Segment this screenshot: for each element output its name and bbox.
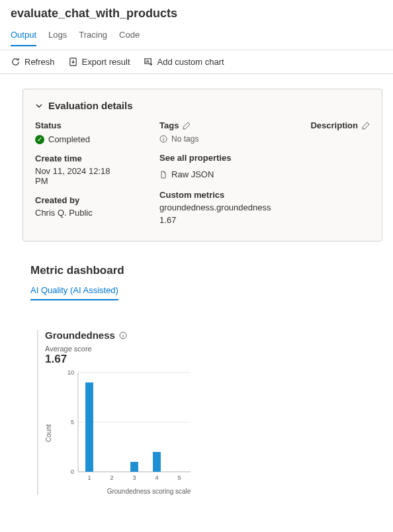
details-title: Evaluation details bbox=[48, 100, 133, 111]
custom-metrics-label: Custom metrics bbox=[159, 190, 271, 200]
export-icon bbox=[68, 57, 78, 67]
chart-title: Groundedness bbox=[45, 330, 115, 341]
export-label: Export result bbox=[82, 57, 130, 67]
avg-score-label: Average score bbox=[45, 345, 236, 353]
svg-text:2: 2 bbox=[110, 474, 113, 481]
raw-json-link[interactable]: Raw JSON bbox=[159, 169, 271, 179]
description-label-row: Description bbox=[310, 120, 370, 130]
tab-output[interactable]: Output bbox=[11, 26, 36, 46]
tab-tracing[interactable]: Tracing bbox=[79, 26, 107, 46]
evaluation-details-card: Evaluation details Status ✓ Completed Cr… bbox=[22, 89, 382, 242]
tags-label: Tags bbox=[159, 120, 179, 130]
refresh-label: Refresh bbox=[24, 57, 55, 67]
toolbar: Refresh Export result Add custom chart bbox=[0, 50, 393, 74]
description-label: Description bbox=[310, 120, 358, 130]
svg-text:0: 0 bbox=[71, 468, 74, 475]
svg-text:5: 5 bbox=[71, 419, 74, 425]
raw-json-label: Raw JSON bbox=[171, 169, 214, 179]
tags-value: No tags bbox=[171, 134, 198, 144]
file-icon bbox=[159, 171, 167, 179]
add-chart-button[interactable]: Add custom chart bbox=[144, 57, 224, 67]
svg-rect-17 bbox=[153, 452, 161, 472]
custom-metric-value: 1.67 bbox=[159, 215, 271, 225]
info-icon bbox=[159, 135, 167, 143]
custom-metric-name: groundedness.groundedness bbox=[159, 202, 271, 212]
create-time-value: Nov 11, 2024 12:18 PM bbox=[35, 166, 120, 186]
info-icon[interactable] bbox=[119, 332, 127, 339]
svg-text:10: 10 bbox=[67, 369, 74, 376]
create-time-label: Create time bbox=[35, 154, 120, 163]
subtab-ai-quality[interactable]: AI Quality (AI Assisted) bbox=[30, 283, 118, 300]
x-axis-label: Groundedness scoring scale bbox=[62, 488, 236, 495]
edit-icon[interactable] bbox=[362, 122, 370, 130]
add-chart-icon bbox=[144, 57, 153, 67]
tags-label-row: Tags bbox=[159, 120, 271, 130]
created-by-value: Chris Q. Public bbox=[35, 208, 120, 218]
chevron-down-icon bbox=[35, 102, 43, 110]
status-label: Status bbox=[35, 120, 120, 130]
see-all-properties[interactable]: See all properties bbox=[159, 153, 271, 163]
y-axis-label: Count bbox=[45, 424, 52, 442]
svg-rect-15 bbox=[130, 462, 138, 472]
details-header[interactable]: Evaluation details bbox=[35, 100, 370, 111]
svg-text:5: 5 bbox=[177, 474, 181, 481]
refresh-button[interactable]: Refresh bbox=[11, 57, 55, 67]
svg-text:1: 1 bbox=[87, 474, 91, 481]
check-icon: ✓ bbox=[35, 135, 44, 144]
tabs: Output Logs Tracing Code bbox=[0, 26, 393, 47]
dashboard-subtabs: AI Quality (AI Assisted) bbox=[0, 283, 393, 300]
tab-logs[interactable]: Logs bbox=[48, 26, 67, 46]
svg-rect-12 bbox=[85, 382, 93, 472]
created-by-label: Created by bbox=[35, 195, 120, 205]
metric-dashboard-title: Metric dashboard bbox=[30, 264, 393, 277]
svg-text:3: 3 bbox=[132, 474, 136, 481]
svg-text:4: 4 bbox=[155, 474, 158, 481]
edit-icon[interactable] bbox=[183, 122, 191, 130]
groundedness-chart: 051012345 bbox=[62, 366, 195, 485]
page-title: evaluate_chat_with_products bbox=[0, 0, 393, 26]
tab-code[interactable]: Code bbox=[119, 26, 140, 46]
add-chart-label: Add custom chart bbox=[157, 57, 224, 67]
refresh-icon bbox=[11, 57, 21, 67]
avg-score-value: 1.67 bbox=[45, 353, 236, 366]
groundedness-card: Groundedness Average score 1.67 Count 05… bbox=[37, 330, 236, 495]
status-value: Completed bbox=[48, 134, 90, 144]
export-button[interactable]: Export result bbox=[68, 57, 130, 67]
